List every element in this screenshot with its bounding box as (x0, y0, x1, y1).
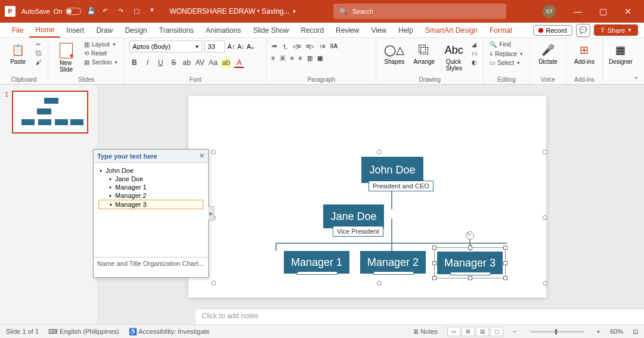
org-node-mgr2[interactable]: Manager 2 (360, 251, 426, 274)
replace-button[interactable]: ↆReplace▼ (488, 49, 525, 58)
tab-view[interactable]: View (365, 23, 392, 38)
addins-button[interactable]: ⊞Add-ins (571, 41, 597, 65)
quick-styles-button[interactable]: AbcQuick Styles (441, 41, 467, 72)
org-node-ceo[interactable]: John Doe (361, 157, 423, 183)
text-pane-item[interactable]: Jane Doe (98, 175, 203, 183)
copy-button[interactable]: ⿻ (35, 49, 43, 57)
document-title[interactable]: WONDERSHARE EDRAW • Saving... ▼ (169, 7, 296, 15)
user-avatar[interactable]: ST (543, 5, 556, 18)
shapes-button[interactable]: ◯△Shapes (381, 41, 407, 65)
org-node-mgr3-selection[interactable]: Manager 3 (434, 247, 506, 278)
layout-button[interactable]: ▥Layout▼ (83, 41, 119, 48)
clear-formatting-icon[interactable]: Aₓ (247, 43, 254, 51)
tab-transitions[interactable]: Transitions (153, 23, 200, 38)
tab-animations[interactable]: Animations (200, 23, 247, 38)
text-pane-body[interactable]: John Doe Jane Doe Manager 1 Manager 2 Ma… (94, 163, 208, 257)
dictate-button[interactable]: 🎤Dictate (535, 41, 561, 65)
increase-font-icon[interactable]: A↑ (227, 43, 235, 50)
increase-indent-button[interactable]: ≡▷ (306, 43, 314, 51)
sorter-view-button[interactable]: ⊞ (462, 327, 475, 336)
tab-smartart-design[interactable]: SmartArt Design (419, 23, 484, 38)
tab-help[interactable]: Help (392, 23, 419, 38)
justify-button[interactable]: ≡ (299, 55, 302, 61)
find-button[interactable]: 🔍Find (488, 41, 525, 48)
tab-design[interactable]: Design (119, 23, 153, 38)
line-spacing-button[interactable]: ↕≡ (319, 43, 326, 51)
collapse-ribbon-icon[interactable]: ⌄ (633, 72, 639, 80)
language-button[interactable]: ⌨ English (Philippines) (48, 328, 119, 336)
tab-draw[interactable]: Draw (90, 23, 119, 38)
rotate-handle-icon[interactable] (466, 231, 474, 240)
arrange-button[interactable]: ⿻Arrange (411, 41, 437, 65)
highlight-button[interactable]: ab (221, 58, 231, 68)
undo-icon[interactable]: ↶ (103, 7, 111, 15)
slide-canvas-area[interactable]: John Doe President and CEO Jane Doe Vice… (98, 85, 644, 324)
tab-file[interactable]: File (6, 23, 29, 38)
slideshow-view-button[interactable]: ▢ (490, 327, 503, 336)
chevron-down-icon[interactable]: ▼ (149, 7, 157, 15)
close-button[interactable]: ✕ (617, 0, 639, 23)
minimize-button[interactable]: — (566, 0, 589, 23)
zoom-in-button[interactable]: + (597, 328, 600, 335)
text-pane-collapse-handle[interactable]: ▶ (208, 206, 214, 221)
decrease-font-icon[interactable]: A↓ (237, 44, 244, 50)
reading-view-button[interactable]: ▤ (476, 327, 489, 336)
char-spacing-button[interactable]: AV (195, 58, 205, 68)
toggle-icon[interactable] (66, 8, 81, 15)
close-icon[interactable]: ✕ (199, 152, 205, 160)
designer-button[interactable]: ▦Designer (608, 41, 634, 65)
slide-thumbnail-1[interactable] (12, 91, 88, 134)
cut-button[interactable]: ✂ (35, 41, 43, 48)
org-node-mgr3[interactable]: Manager 3 (437, 252, 503, 274)
smartart-selection[interactable]: John Doe President and CEO Jane Doe Vice… (213, 152, 545, 283)
columns-button[interactable]: ▥ (307, 55, 312, 61)
align-center-button[interactable]: ≡ (280, 55, 286, 61)
select-button[interactable]: ▭Select▼ (488, 59, 525, 67)
normal-view-button[interactable]: ▭ (447, 327, 460, 336)
tab-format[interactable]: Format (484, 23, 518, 38)
text-direction-button[interactable]: IIA (330, 43, 338, 51)
smartart-text-pane[interactable]: Type your text here ✕ John Doe Jane Doe … (93, 149, 209, 278)
font-name-input[interactable]: Aptos (Body)▼ (129, 41, 202, 52)
tab-home[interactable]: Home (29, 23, 60, 38)
text-pane-item[interactable]: Manager 1 (98, 183, 203, 191)
slide[interactable]: John Doe President and CEO Jane Doe Vice… (188, 96, 546, 297)
new-slide-button[interactable]: ✦New Slide (53, 41, 79, 73)
notes-toggle[interactable]: ≣ Notes (413, 328, 438, 336)
share-button[interactable]: ⇪Share▼ (594, 24, 638, 36)
paste-button[interactable]: 📋Paste (5, 41, 31, 65)
numbering-button[interactable]: ⒈ (282, 43, 288, 51)
italic-button[interactable]: I (143, 58, 152, 68)
org-node-mgr1[interactable]: Manager 1 (284, 251, 349, 274)
redo-icon[interactable]: ↷ (118, 7, 126, 15)
bold-button[interactable]: B (129, 58, 139, 68)
text-pane-item[interactable]: John Doe (98, 166, 203, 175)
accessibility-button[interactable]: ♿ Accessibility: Investigate (129, 328, 210, 336)
decrease-indent-button[interactable]: ◁≡ (293, 43, 301, 51)
bullets-button[interactable]: ≔ (271, 43, 277, 51)
zoom-level[interactable]: 60% (610, 328, 623, 335)
search-input[interactable]: 🔍 Search (333, 4, 506, 19)
tab-slideshow[interactable]: Slide Show (247, 23, 295, 38)
shadow-button[interactable]: ab (182, 58, 191, 68)
maximize-button[interactable]: ▢ (592, 0, 614, 23)
slideshow-icon[interactable]: ▢ (134, 7, 142, 15)
format-painter-button[interactable]: 🖌 (35, 58, 43, 66)
font-size-input[interactable]: 33 (205, 41, 225, 52)
change-case-button[interactable]: Aa (208, 58, 218, 68)
strike-button[interactable]: S (169, 58, 178, 68)
shape-fill-button[interactable]: ◢ (470, 41, 478, 48)
tab-insert[interactable]: Insert (60, 23, 90, 38)
text-pane-item[interactable]: Manager 2 (98, 191, 203, 200)
shape-outline-button[interactable]: ▭ (470, 49, 478, 57)
chevron-down-icon[interactable]: ▼ (292, 9, 297, 14)
fit-to-window-button[interactable]: ⊡ (633, 328, 638, 336)
align-right-button[interactable]: ≡ (290, 55, 294, 61)
underline-button[interactable]: U (156, 58, 165, 68)
zoom-slider[interactable] (530, 331, 584, 333)
shape-effects-button[interactable]: ◐ (470, 58, 478, 66)
font-color-button[interactable]: A (234, 58, 244, 68)
text-pane-footer[interactable]: Name and Title Organization Chart... (94, 257, 208, 269)
smartart-convert-button[interactable]: ▦ (317, 55, 323, 61)
tab-record[interactable]: Record (295, 23, 330, 38)
